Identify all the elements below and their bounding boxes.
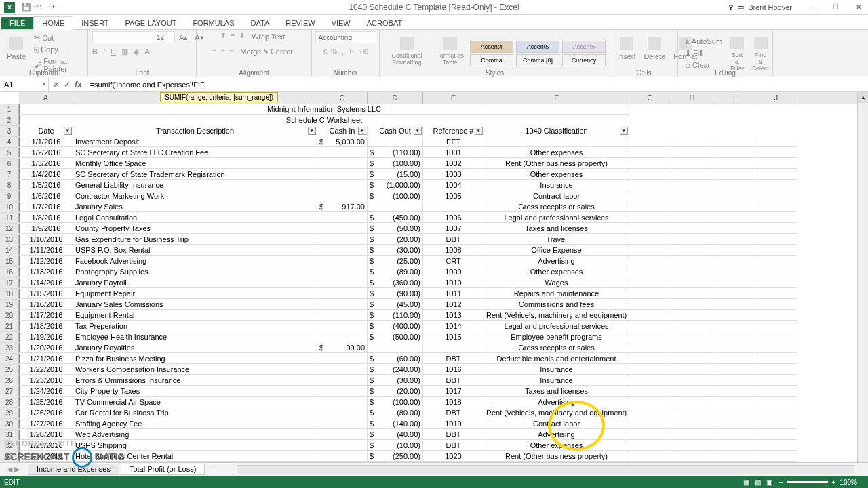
- cell-date[interactable]: 1/19/2016: [19, 332, 73, 342]
- cell-desc[interactable]: Staffing Agency Fee: [73, 419, 317, 429]
- cell-class[interactable]: Insurance: [484, 180, 629, 190]
- cell-date[interactable]: 1/26/2016: [19, 408, 73, 418]
- cancel-formula-icon[interactable]: ✕: [53, 80, 60, 89]
- cell-date[interactable]: 1/5/2016: [19, 180, 73, 190]
- cell-cashin[interactable]: $917.00: [317, 202, 368, 212]
- cell-date[interactable]: 1/16/2016: [19, 300, 73, 310]
- header-cashin[interactable]: Cash In▾: [317, 126, 368, 136]
- style-accent5[interactable]: Accent5: [516, 41, 559, 53]
- tab-data[interactable]: DATA: [243, 17, 278, 29]
- row-header[interactable]: 18: [0, 289, 19, 300]
- cell-desc[interactable]: SC Secretary of State Trademark Regisrat…: [73, 169, 317, 180]
- row-header[interactable]: 25: [0, 365, 19, 375]
- cell-cashout[interactable]: $(110.00): [368, 148, 423, 158]
- cell-class[interactable]: Insurance: [484, 365, 629, 375]
- cell-date[interactable]: 1/23/2016: [19, 375, 73, 386]
- cell-cashout[interactable]: $(450.00): [368, 213, 423, 223]
- filter-icon[interactable]: ▾: [64, 127, 72, 135]
- cell-desc[interactable]: County Property Taxes: [73, 224, 317, 234]
- cell-desc[interactable]: Car Rental for Business Trip: [73, 408, 317, 418]
- cell-ref[interactable]: DBT: [423, 430, 484, 440]
- cell-class[interactable]: Other expenses: [484, 441, 629, 451]
- cell-date[interactable]: 1/14/2016: [19, 278, 73, 288]
- cell-cashout[interactable]: $(240.00): [368, 365, 423, 375]
- row-header[interactable]: 11: [0, 213, 19, 224]
- header-class[interactable]: 1040 Classification▾: [484, 126, 629, 136]
- zoom-level[interactable]: 100%: [840, 479, 857, 486]
- col-header-I[interactable]: I: [713, 92, 755, 104]
- spreadsheet-grid[interactable]: A B C D E F G H I J 1Midnight Informatio…: [0, 92, 868, 468]
- subtitle-cell[interactable]: Schedule C Worksheet: [19, 115, 629, 125]
- cell-desc[interactable]: Web Advertising: [73, 430, 317, 440]
- cell-desc[interactable]: January Sales: [73, 202, 317, 212]
- cell-cashin[interactable]: [317, 430, 368, 440]
- wrap-text-button[interactable]: Wrap Text: [249, 31, 288, 42]
- tab-pagelayout[interactable]: PAGE LAYOUT: [117, 17, 184, 29]
- cell-cashout[interactable]: $(80.00): [368, 408, 423, 418]
- delete-button[interactable]: Delete: [642, 34, 669, 73]
- cell-ref[interactable]: EFT: [423, 137, 484, 147]
- cell-ref[interactable]: 1009: [423, 267, 484, 277]
- cell-date[interactable]: 1/28/2016: [19, 430, 73, 440]
- undo-icon[interactable]: ↶: [35, 3, 45, 12]
- row-header[interactable]: 2: [0, 115, 19, 126]
- cell-cashout[interactable]: $(20.00): [368, 235, 423, 245]
- tab-acrobat[interactable]: ACROBAT: [359, 17, 410, 29]
- cell-date[interactable]: 1/27/2016: [19, 419, 73, 429]
- save-icon[interactable]: 💾: [22, 3, 31, 12]
- cell-desc[interactable]: Monthly Office Space: [73, 159, 317, 169]
- maximize-button[interactable]: ☐: [826, 1, 845, 14]
- cell-ref[interactable]: 1018: [423, 397, 484, 407]
- cell-desc[interactable]: General Liability Insurance: [73, 180, 317, 190]
- cell-class[interactable]: Other expenses: [484, 169, 629, 180]
- align-right-icon[interactable]: ≡: [229, 46, 233, 57]
- cell-cashout[interactable]: [368, 343, 423, 353]
- cell-date[interactable]: 1/18/2016: [19, 321, 73, 331]
- align-left-icon[interactable]: ≡: [212, 46, 216, 57]
- cell-class[interactable]: Legal and professional services: [484, 321, 629, 331]
- cell-class[interactable]: Rent (Vehicels, machinery and equipment): [484, 310, 629, 321]
- cell-class[interactable]: Employee benefit programs: [484, 332, 629, 342]
- cell-desc[interactable]: Pizza for Business Meeting: [73, 354, 317, 364]
- row-header[interactable]: 14: [0, 245, 19, 256]
- cell-ref[interactable]: [423, 343, 484, 353]
- font-color-button[interactable]: A: [144, 47, 149, 56]
- cell-cashin[interactable]: [317, 451, 368, 462]
- cell-ref[interactable]: 1013: [423, 310, 484, 321]
- zoom-slider[interactable]: [787, 481, 828, 483]
- cell-cashin[interactable]: [317, 159, 368, 169]
- cell-ref[interactable]: 1020: [423, 451, 484, 462]
- cell-cashout[interactable]: $(15.00): [368, 169, 423, 180]
- cell-cashin[interactable]: [317, 169, 368, 180]
- cell-desc[interactable]: Photography Supplies: [73, 267, 317, 277]
- style-accent6[interactable]: Accent6: [562, 41, 606, 53]
- cell-cashout[interactable]: $(60.00): [368, 354, 423, 364]
- cell-ref[interactable]: DBT: [423, 235, 484, 245]
- percent-icon[interactable]: %: [331, 47, 338, 56]
- cell-ref[interactable]: 1015: [423, 332, 484, 342]
- cell-desc[interactable]: Legal Consultation: [73, 213, 317, 223]
- align-top-icon[interactable]: ⬆: [220, 31, 226, 42]
- cell-cashout[interactable]: $(30.00): [368, 375, 423, 386]
- row-header[interactable]: 4: [0, 137, 19, 148]
- fill-color-button[interactable]: ◆: [134, 47, 139, 56]
- cell-ref[interactable]: 1003: [423, 169, 484, 180]
- formula-input[interactable]: =sumif('Income and Expenses'!F:F,: [86, 81, 868, 89]
- cell-date[interactable]: 1/12/2016: [19, 256, 73, 266]
- cell-date[interactable]: 1/20/2016: [19, 343, 73, 353]
- row-header[interactable]: 20: [0, 310, 19, 321]
- cell-desc[interactable]: TV Commercial Air Space: [73, 397, 317, 407]
- cell-date[interactable]: 1/3/2016: [19, 159, 73, 169]
- cell-class[interactable]: Gross recepits or sales: [484, 343, 629, 353]
- row-header[interactable]: 22: [0, 332, 19, 343]
- cell-class[interactable]: Repairs and maintenance: [484, 289, 629, 299]
- cell-date[interactable]: 1/10/2016: [19, 235, 73, 245]
- row-header[interactable]: 5: [0, 148, 19, 159]
- cell-cashin[interactable]: [317, 180, 368, 190]
- view-normal-icon[interactable]: ▦: [743, 479, 749, 486]
- cell-class[interactable]: Other expenses: [484, 267, 629, 277]
- sheet-tab-profit[interactable]: Total Profit (or Loss): [121, 464, 205, 475]
- cell-date[interactable]: 1/4/2016: [19, 169, 73, 180]
- cell-ref[interactable]: 1017: [423, 386, 484, 396]
- cell-cashout[interactable]: $(500.00): [368, 332, 423, 342]
